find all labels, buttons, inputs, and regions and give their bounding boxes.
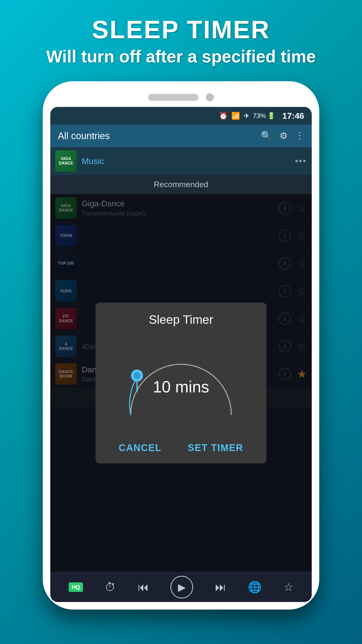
- previous-button[interactable]: ⏮: [138, 581, 149, 593]
- battery-percent: 73%: [253, 112, 266, 120]
- modal-overlay: Sleep Timer 10: [50, 194, 312, 572]
- phone-screen: ⏰ 📶 ✈ 73% 🔋 17:46 All countries 🔍 ⚙ ⋮ G: [50, 107, 312, 602]
- section-recommended: Recommended: [50, 175, 312, 194]
- alarm-icon: ⏰: [219, 112, 228, 120]
- phone-speaker: [148, 94, 198, 101]
- more-icon[interactable]: ⋮: [295, 131, 304, 141]
- battery-icon: 🔋: [267, 112, 275, 120]
- status-bar: ⏰ 📶 ✈ 73% 🔋 17:46: [50, 107, 312, 125]
- top-banner: SLEEP TIMER Will turn off after a specif…: [0, 0, 362, 76]
- globe-icon[interactable]: 🌐: [248, 581, 262, 594]
- app-bar-title: All countries: [58, 131, 261, 141]
- now-playing-thumb-label: GIGADANCE: [59, 156, 73, 165]
- filter-icon[interactable]: ⚙: [280, 131, 288, 141]
- banner-title: SLEEP TIMER: [20, 15, 342, 44]
- status-icons: ⏰ 📶 ✈ 73% 🔋: [219, 112, 275, 120]
- cancel-button[interactable]: CANCEL: [111, 440, 169, 456]
- phone-shell: ⏰ 📶 ✈ 73% 🔋 17:46 All countries 🔍 ⚙ ⋮ G: [43, 81, 319, 610]
- airplane-icon: ✈: [244, 112, 249, 120]
- next-button[interactable]: ⏭: [215, 581, 226, 593]
- sleep-timer-dialog: Sleep Timer 10: [96, 303, 266, 463]
- now-playing-bar: GIGADANCE Music •••: [50, 147, 312, 175]
- now-playing-more-icon[interactable]: •••: [295, 156, 307, 166]
- dial-svg: [111, 334, 251, 430]
- battery-indicator: 73% 🔋: [253, 112, 275, 120]
- banner-subtitle: Will turn off after a specified time: [20, 47, 342, 66]
- modal-buttons: CANCEL SET TIMER: [106, 435, 256, 456]
- dial-container[interactable]: 10 mins: [111, 334, 251, 430]
- wifi-icon: 📶: [231, 112, 240, 120]
- set-timer-button[interactable]: SET TIMER: [180, 440, 251, 456]
- player-bar: HQ ⏱ ⏮ ▶ ⏭ 🌐 ☆: [50, 572, 312, 602]
- search-icon[interactable]: 🔍: [261, 131, 272, 141]
- radio-list: GIGADANCE Giga-Dance Танцевальное радио.…: [50, 194, 312, 572]
- phone-camera: [206, 93, 214, 101]
- favorites-icon[interactable]: ☆: [284, 581, 293, 593]
- hq-badge[interactable]: HQ: [69, 582, 83, 592]
- play-icon: ▶: [178, 581, 186, 593]
- app-bar-icons: 🔍 ⚙ ⋮: [261, 131, 304, 141]
- status-time: 17:46: [282, 111, 304, 121]
- phone-top-decoration: [50, 89, 312, 107]
- dial-thumb-inner: [133, 372, 141, 379]
- sleep-timer-icon[interactable]: ⏱: [105, 581, 116, 593]
- now-playing-thumb: GIGADANCE: [55, 150, 77, 172]
- app-bar: All countries 🔍 ⚙ ⋮: [50, 125, 312, 147]
- play-button[interactable]: ▶: [170, 576, 193, 598]
- dial-track: [131, 364, 231, 415]
- modal-title: Sleep Timer: [106, 313, 256, 327]
- now-playing-title: Music: [82, 156, 290, 166]
